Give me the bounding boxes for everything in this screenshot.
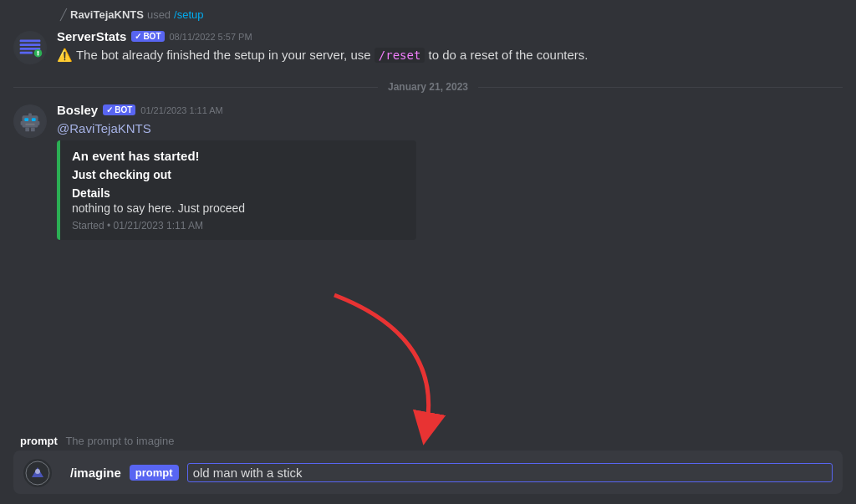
svg-rect-11 [32, 118, 36, 121]
imagine-avatar [23, 459, 52, 487]
spacer [13, 247, 843, 426]
serverstats-message-group: ServerStats ✓ BOT 08/11/2022 5:57 PM ⚠️ … [13, 29, 843, 64]
bosley-message-content: Bosley ✓ BOT 01/21/2023 1:11 AM @RaviTej… [57, 103, 843, 240]
system-command: /setup [174, 8, 203, 21]
bosley-avatar [13, 104, 47, 138]
bosley-timestamp: 01/21/2023 1:11 AM [140, 105, 222, 115]
serverstats-bot-badge: ✓ BOT [131, 31, 164, 42]
svg-rect-15 [38, 121, 40, 125]
serverstats-text: ⚠️ The bot already finished the setup in… [57, 46, 843, 64]
system-username: RaviTejaKNTS [70, 8, 144, 21]
bosley-mention: @RaviTejaKNTS [57, 120, 843, 137]
prompt-hint: prompt The prompt to imagine [13, 435, 843, 451]
svg-rect-10 [24, 118, 28, 121]
prompt-tag: prompt [130, 465, 179, 481]
bosley-username: Bosley [57, 103, 98, 117]
embed-title: An event has started! [72, 149, 405, 163]
svg-rect-2 [20, 43, 41, 46]
svg-rect-1 [20, 40, 41, 43]
command-text-input[interactable] [187, 463, 833, 482]
date-divider: January 21, 2023 [13, 81, 843, 93]
svg-rect-17 [31, 128, 35, 132]
system-action: used [147, 8, 171, 21]
svg-point-19 [35, 469, 40, 474]
svg-rect-16 [25, 128, 29, 132]
serverstats-avatar [13, 31, 47, 64]
svg-rect-9 [23, 115, 38, 127]
serverstats-timestamp: 08/11/2022 5:57 PM [170, 32, 252, 42]
command-bar-area: prompt The prompt to imagine /imagine pr… [13, 426, 843, 504]
svg-rect-12 [25, 124, 34, 125]
svg-rect-6 [38, 51, 39, 54]
system-message: ╱ RaviTejaKNTS used /setup [13, 8, 843, 21]
embed-details-value: nothing to say here. Just proceed [72, 201, 405, 215]
svg-rect-7 [38, 54, 39, 56]
svg-rect-14 [21, 121, 23, 125]
command-input-row: /imagine prompt [13, 451, 843, 494]
command-slash-label: /imagine [70, 466, 121, 480]
bosley-message-group: Bosley ✓ BOT 01/21/2023 1:11 AM @RaviTej… [13, 103, 843, 240]
system-slash-icon: ╱ [60, 8, 67, 21]
bosley-bot-badge: ✓ BOT [103, 104, 135, 115]
warning-icon: ⚠️ [57, 48, 73, 62]
embed-footer: Started • 01/21/2023 1:11 AM [72, 220, 405, 232]
reset-code: /reset [374, 48, 425, 63]
embed-checking-out-label: Just checking out [72, 168, 405, 181]
prompt-hint-text: The prompt to imagine [65, 435, 174, 447]
bosley-embed: An event has started! Just checking out … [57, 140, 416, 240]
prompt-hint-label: prompt [20, 435, 58, 447]
chat-container: ╱ RaviTejaKNTS used /setup ServerStats ✓ [0, 0, 856, 504]
serverstats-username: ServerStats [57, 29, 126, 43]
serverstats-message-content: ServerStats ✓ BOT 08/11/2022 5:57 PM ⚠️ … [57, 29, 843, 64]
embed-details-label: Details [72, 186, 405, 200]
svg-rect-4 [20, 52, 33, 54]
bosley-header: Bosley ✓ BOT 01/21/2023 1:11 AM [57, 103, 843, 117]
svg-rect-13 [28, 114, 32, 117]
serverstats-header: ServerStats ✓ BOT 08/11/2022 5:57 PM [57, 29, 843, 43]
